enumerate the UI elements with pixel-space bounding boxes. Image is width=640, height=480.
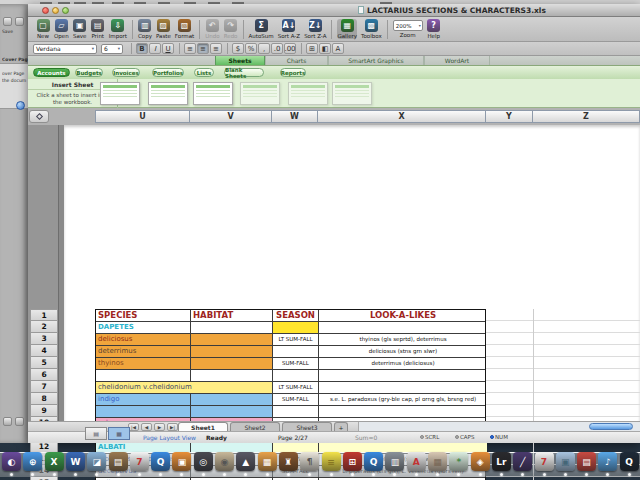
align-1-button[interactable]: ≡ xyxy=(197,43,209,54)
align-2-button[interactable]: ≡ xyxy=(210,43,222,54)
category-portfolios[interactable]: Portfolios xyxy=(152,68,184,77)
style-2-button[interactable]: U xyxy=(162,43,174,54)
align-0-button[interactable]: ≡ xyxy=(184,43,196,54)
dock-icon-idvd[interactable]: ▲ xyxy=(236,452,255,471)
row-header-3[interactable]: 3 xyxy=(30,333,58,345)
dock-icon-ical-june[interactable]: 7 xyxy=(535,452,554,471)
cell-habitat-row8[interactable] xyxy=(191,394,273,405)
dock-icon-stickies[interactable]: ≡ xyxy=(322,452,341,471)
background-button[interactable] xyxy=(16,101,25,110)
cell-species-row7[interactable]: chelidonium v.chelidonium xyxy=(96,382,273,393)
number-format-2-button[interactable]: , xyxy=(258,43,270,54)
cell-species-row5[interactable]: thyinos xyxy=(96,358,191,369)
dock-icon-toolbox[interactable]: ⊞ xyxy=(343,452,362,471)
font-name-select[interactable]: Verdana▾ xyxy=(33,44,97,54)
dock-icon-aperture[interactable]: ◎ xyxy=(194,452,213,471)
tab-charts[interactable]: Charts xyxy=(265,56,328,65)
toolbar-button-save[interactable]: ▣Save xyxy=(73,19,87,39)
cell-species-row3[interactable]: deliciosus xyxy=(96,334,191,345)
cell-season-row6[interactable] xyxy=(273,370,319,381)
cell-season-row2[interactable] xyxy=(273,322,319,333)
cell-lookalikes-row4[interactable]: deliciosus (stns grn slwr) xyxy=(319,346,487,357)
row-header-1[interactable]: 1 xyxy=(30,309,58,321)
cell-habitat-row2[interactable] xyxy=(191,322,273,333)
dock-icon-itunes[interactable]: ♪ xyxy=(598,452,617,471)
dock-icon-quicksilver[interactable]: Q xyxy=(620,452,639,471)
row-header-4[interactable]: 4 xyxy=(30,345,58,357)
toolbar-button-paste[interactable]: ▨Paste xyxy=(156,19,171,39)
cell-lookalikes-row5[interactable]: deterrimus (deliciosus) xyxy=(319,358,487,369)
row-header-6[interactable]: 6 xyxy=(30,369,58,381)
sheet-thumbnail[interactable] xyxy=(100,82,140,105)
column-header-u[interactable]: U xyxy=(95,110,190,123)
row-header-5[interactable]: 5 xyxy=(30,357,58,369)
tab-nav-button-1[interactable]: ◀ xyxy=(141,423,152,431)
toolbar-button-gallery[interactable]: ▦Gallery xyxy=(337,19,357,39)
toolbar-button-autosum[interactable]: ΣAutoSum xyxy=(249,19,274,39)
cell-lookalikes-row2[interactable] xyxy=(319,322,487,333)
tab-nav-button-2[interactable]: ▶ xyxy=(154,423,165,431)
scrollbar-thumb[interactable] xyxy=(589,423,633,430)
dock-icon-quicktime[interactable]: Q xyxy=(151,452,170,471)
dock-icon-photo-palm[interactable]: ▦ xyxy=(258,452,277,471)
tab-wordart[interactable]: WordArt xyxy=(424,56,490,65)
dock-icon-pages[interactable]: ¶ xyxy=(300,452,319,471)
toolbar-button-new[interactable]: ▢New xyxy=(36,19,50,39)
cell-season-row5[interactable]: SUM-FALL xyxy=(273,358,319,369)
cell-format-2-button[interactable]: A xyxy=(332,43,344,54)
toolbar-button-sort-a-z[interactable]: A↓Sort A-Z xyxy=(278,19,300,39)
close-button[interactable] xyxy=(42,7,49,14)
cell-season-row1[interactable]: SEASON xyxy=(273,310,319,321)
tab-nav-button-3[interactable]: ▶| xyxy=(167,423,178,431)
cell-species-row1[interactable]: SPECIES xyxy=(96,310,191,321)
cell-lookalikes-row9[interactable] xyxy=(319,406,487,417)
category-budgets[interactable]: Budgets xyxy=(75,68,103,77)
cell-lookalikes-row6[interactable] xyxy=(319,370,487,381)
category-blank-sheets[interactable]: Blank Sheets xyxy=(224,68,264,77)
row-header-9[interactable]: 9 xyxy=(30,405,58,417)
dock-icon-word[interactable]: W xyxy=(66,452,85,471)
toolbar-button-redo[interactable]: ↷Redo xyxy=(224,19,238,39)
cell-habitat-row1[interactable]: HABITAT xyxy=(191,310,273,321)
style-0-button[interactable]: B xyxy=(136,43,148,54)
background-window[interactable]: Save Cover Pag over Page the docum xyxy=(0,5,29,443)
toolbar-button-sort-z-a[interactable]: Z↓Sort Z-A xyxy=(304,19,326,39)
sheet-thumbnail[interactable] xyxy=(332,82,372,105)
row-header-2[interactable]: 2 xyxy=(30,321,58,333)
number-format-4-button[interactable]: .00 xyxy=(284,43,296,54)
dock-icon-iphoto[interactable]: ◉ xyxy=(215,452,234,471)
view-button-0[interactable]: ▤ xyxy=(85,427,107,440)
toolbar-button-format[interactable]: ▧Format xyxy=(175,19,194,39)
category-reports[interactable]: Reports xyxy=(280,68,306,77)
title-bar[interactable]: LACTARIUS SECTIONS & CHARACTERS3.xls xyxy=(28,4,640,17)
tab-smartart-graphics[interactable]: SmartArt Graphics xyxy=(328,56,424,65)
toolbar-button-help[interactable]: ?Help xyxy=(427,19,441,39)
column-header-w[interactable]: W xyxy=(272,110,318,123)
cell-lookalikes-row3[interactable]: thyinos (gls seprtd), deterrimus xyxy=(319,334,487,345)
dock-icon-pen-purple[interactable]: ╱ xyxy=(513,452,532,471)
dock-icon-photo-stack[interactable]: ▣ xyxy=(556,452,575,471)
font-size-select[interactable]: 6▾ xyxy=(101,44,123,54)
row-header-7[interactable]: 7 xyxy=(30,381,58,393)
cell-species-row6[interactable] xyxy=(96,370,191,381)
sheet-thumbnail[interactable] xyxy=(288,82,328,105)
cell-habitat-row5[interactable] xyxy=(191,358,273,369)
cell-lookalikes-row7[interactable] xyxy=(319,382,487,393)
sheet-thumbnail[interactable] xyxy=(193,82,233,105)
cell-format-0-button[interactable]: ⊞ xyxy=(306,43,318,54)
cell-habitat-row4[interactable] xyxy=(191,346,273,357)
dock-icon-lightroom[interactable]: Lr xyxy=(492,452,511,471)
cell-lookalikes-row8[interactable]: s.e. L. paradoxus (gry-ble cap, pl orng … xyxy=(319,394,487,405)
number-format-0-button[interactable]: $ xyxy=(232,43,244,54)
sheet-thumbnail[interactable] xyxy=(148,82,188,105)
cell-season-row4[interactable] xyxy=(273,346,319,357)
tab-sheets[interactable]: Sheets xyxy=(215,56,265,65)
dock-icon-keynote[interactable]: ♜ xyxy=(279,452,298,471)
cell-species-row9[interactable] xyxy=(96,406,191,417)
cell-habitat-row6[interactable] xyxy=(191,370,273,381)
number-format-3-button[interactable]: .0 xyxy=(271,43,283,54)
dock-icon-dashboard[interactable]: ◐ xyxy=(2,452,21,471)
view-button-1[interactable]: ▦ xyxy=(108,427,130,440)
dock-icon-safari[interactable]: ⊕ xyxy=(23,452,42,471)
toolbar-button-toolbox[interactable]: ▩Toolbox xyxy=(361,19,382,39)
